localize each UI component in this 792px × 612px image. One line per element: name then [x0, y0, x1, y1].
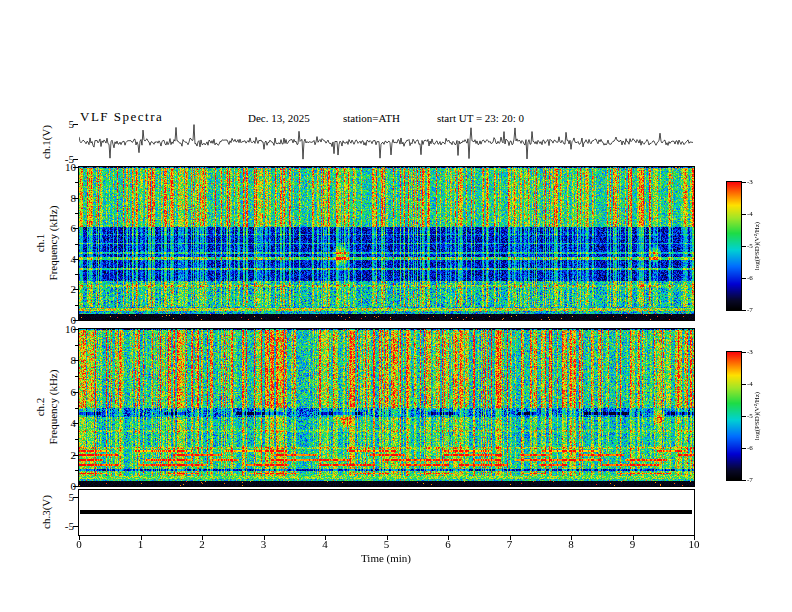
- colorbar-tick: [742, 352, 746, 353]
- freq-axis-tick: [73, 486, 78, 487]
- freq-axis-tick: [73, 329, 78, 330]
- wave-axis-tick: [73, 497, 78, 498]
- freq-axis-tick: [73, 360, 78, 361]
- ch2-spec-ytick-labels: 1086420: [52, 329, 76, 486]
- colorbar-tick: [742, 480, 746, 481]
- colorbar-tick-label: -6: [747, 445, 753, 452]
- time-axis-tick: [141, 536, 142, 540]
- time-tick-label: 6: [445, 539, 451, 550]
- ch1-waveform-canvas: [79, 124, 694, 160]
- colorbar-tick: [742, 310, 746, 311]
- plot-title: VLF Spectra: [80, 109, 163, 125]
- freq-axis-tick: [73, 259, 78, 260]
- freq-axis-tick: [75, 376, 78, 377]
- ch3-voltage-axis-label: ch.3(V): [40, 495, 52, 529]
- time-tick-label: 5: [384, 539, 390, 550]
- freq-axis-tick: [75, 274, 78, 275]
- colorbar-tick-label: -5: [747, 243, 753, 250]
- freq-axis-tick: [75, 408, 78, 409]
- freq-axis-tick: [73, 167, 78, 168]
- plot-station: station=ATH: [343, 112, 400, 124]
- ch2-spectrogram-canvas: [79, 329, 694, 486]
- time-axis-tick: [202, 536, 203, 540]
- time-tick-label: 7: [507, 539, 513, 550]
- freq-axis-tick: [73, 228, 78, 229]
- colorbar-tick-label: -3: [747, 179, 753, 186]
- ch1-spec-channel-label: ch.1: [34, 234, 46, 253]
- freq-axis-tick: [75, 345, 78, 346]
- freq-axis-tick: [75, 244, 78, 245]
- ch1-voltage-axis-label: ch.1(V): [40, 125, 52, 159]
- time-tick-label: 9: [630, 539, 636, 550]
- time-axis-tick: [79, 536, 80, 540]
- colorbar-tick-label: -4: [747, 381, 753, 388]
- freq-axis-tick: [75, 305, 78, 306]
- colorbar-tick-label: -5: [747, 413, 753, 420]
- colorbar-tick-label: -7: [747, 307, 753, 314]
- vlf-spectra-figure: VLF Spectra Dec. 13, 2025 station=ATH st…: [0, 0, 792, 612]
- time-axis-tick: [510, 536, 511, 540]
- colorbar-tick: [742, 182, 746, 183]
- ch3-wave-ytick-top: 5: [52, 492, 74, 503]
- time-tick-label: 3: [261, 539, 267, 550]
- freq-axis-tick: [73, 423, 78, 424]
- time-axis-tick: [264, 536, 265, 540]
- wave-axis-tick: [73, 124, 78, 125]
- freq-axis-tick: [75, 439, 78, 440]
- colorbar-tick: [742, 384, 746, 385]
- time-axis-tick: [633, 536, 634, 540]
- time-tick-label: 0: [76, 539, 82, 550]
- ch2-colorbar-axis-label: log(PSD)(V²/Hz): [753, 392, 761, 440]
- wave-axis-tick: [73, 526, 78, 527]
- freq-axis-tick: [73, 289, 78, 290]
- freq-axis-tick: [73, 198, 78, 199]
- freq-axis-tick: [75, 213, 78, 214]
- ch1-wave-ytick-top: 5: [52, 119, 74, 130]
- time-axis-tick: [571, 536, 572, 540]
- time-tick-label: 4: [322, 539, 328, 550]
- time-tick-label: 2: [199, 539, 205, 550]
- ch3-wave-ytick-bottom: -5: [52, 521, 74, 532]
- time-axis-tick: [387, 536, 388, 540]
- colorbar-tick-label: -4: [747, 211, 753, 218]
- time-axis-tick-labels: 012345678910: [79, 539, 694, 553]
- ch2-spec-channel-label: ch.2: [34, 398, 46, 417]
- time-axis-tick: [325, 536, 326, 540]
- colorbar-tick-label: -6: [747, 275, 753, 282]
- ch1-spec-ytick-labels: 1086420: [52, 167, 76, 320]
- plot-start-ut: start UT = 23: 20: 0: [437, 112, 524, 124]
- colorbar-tick: [742, 448, 746, 449]
- ch1-colorbar-canvas: [727, 182, 741, 310]
- colorbar-tick-label: -3: [747, 349, 753, 356]
- wave-axis-tick: [73, 159, 78, 160]
- plot-date: Dec. 13, 2025: [248, 112, 310, 124]
- freq-axis-tick: [73, 392, 78, 393]
- time-tick-label: 10: [689, 539, 700, 550]
- time-axis-tick: [448, 536, 449, 540]
- ch2-colorbar-canvas: [727, 352, 741, 480]
- time-axis-label: Time (min): [361, 552, 411, 564]
- freq-axis-tick: [73, 320, 78, 321]
- ch1-colorbar-axis-label: log(PSD)(V²/Hz): [753, 222, 761, 270]
- ch3-flat-trace: [80, 510, 692, 514]
- ch1-spectrogram-canvas: [79, 167, 694, 320]
- colorbar-tick-label: -7: [747, 477, 753, 484]
- time-tick-label: 1: [138, 539, 144, 550]
- colorbar-tick: [742, 246, 746, 247]
- colorbar-tick: [742, 416, 746, 417]
- time-tick-label: 8: [568, 539, 574, 550]
- time-axis-tick: [694, 536, 695, 540]
- colorbar-tick: [742, 214, 746, 215]
- freq-axis-tick: [73, 455, 78, 456]
- colorbar-tick: [742, 278, 746, 279]
- freq-axis-tick: [75, 182, 78, 183]
- freq-axis-tick: [75, 470, 78, 471]
